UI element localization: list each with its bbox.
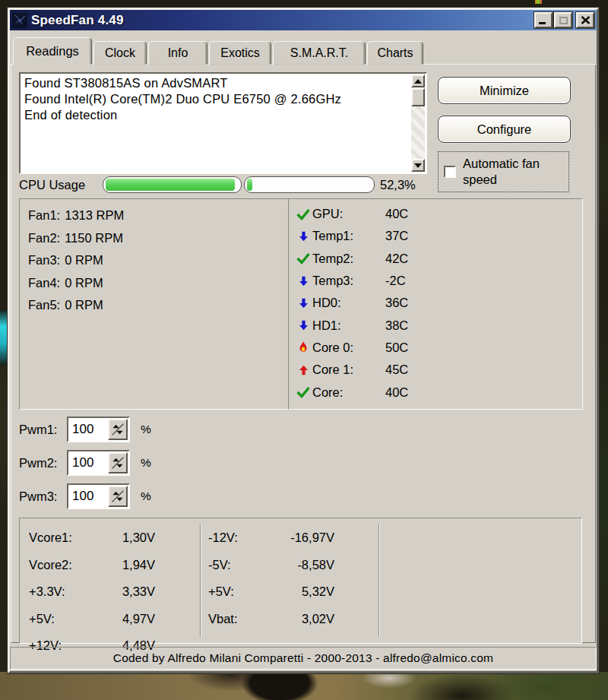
pwm3-unit: % (141, 489, 151, 503)
pwm1-spinner[interactable] (108, 419, 128, 440)
background-artifact (535, 0, 542, 4)
automatic-fan-speed-group: Automatic fan speed (438, 151, 569, 192)
cpu-usage-bar-2 (244, 176, 375, 193)
scroll-up-button[interactable] (411, 74, 425, 87)
voltage-column-divider (200, 524, 201, 637)
log-scrollbar[interactable] (411, 74, 425, 172)
pwm1-input[interactable]: 100 (67, 417, 130, 442)
temp-label: Temp1: (312, 229, 385, 243)
temp-reading: GPU:40C (294, 203, 582, 225)
fan-readings-panel: Fan1:1313 RPM Fan2:1150 RPM Fan3:0 RPM F… (19, 198, 290, 410)
fan-value: 0 RPM (65, 276, 103, 290)
temp-value: 42C (385, 252, 408, 266)
scrollbar-thumb[interactable] (411, 88, 425, 106)
temp-value: 36C (385, 296, 408, 310)
automatic-fan-speed-checkbox[interactable] (444, 166, 456, 178)
configure-button[interactable]: Configure (438, 116, 571, 143)
temp-reading: Core:40C (294, 381, 582, 403)
tab-smart[interactable]: S.M.A.R.T. (273, 41, 366, 65)
fan-label: Fan4: (28, 276, 60, 290)
tab-exotics[interactable]: Exotics (209, 41, 271, 65)
voltage-value: 1,94V (96, 558, 155, 572)
fan-value: 1313 RPM (65, 208, 124, 223)
pwm1-label: Pwm1: (19, 423, 67, 437)
pwm3-input[interactable]: 100 (67, 483, 130, 509)
log-line: End of detection (24, 107, 407, 123)
voltage-column-1: Vcore1:1,30V Vcore2:1,94V +3.3V:3,33V +5… (29, 524, 155, 660)
voltage-label: +5V: (29, 612, 96, 626)
temp-value: 37C (385, 229, 408, 243)
pwm3-value[interactable]: 100 (68, 485, 107, 508)
tab-clock[interactable]: Clock (93, 41, 147, 65)
tab-info[interactable]: Info (148, 41, 207, 65)
check-icon (294, 385, 312, 399)
pwm2-spinner[interactable] (108, 452, 128, 474)
scroll-down-button[interactable] (411, 159, 425, 172)
voltage-label: -12V: (208, 531, 275, 545)
close-window-button[interactable] (576, 12, 594, 28)
voltage-column-divider (378, 524, 380, 637)
maximize-window-button[interactable] (554, 12, 572, 28)
temp-label: Core 1: (312, 363, 385, 377)
titlebar[interactable]: SpeedFan 4.49 (10, 10, 597, 30)
pwm1-value[interactable]: 100 (68, 418, 107, 441)
window-controls (534, 12, 594, 28)
temp-reading: HD1:38C (294, 314, 582, 336)
cpu-usage-percent: 52,3% (380, 178, 416, 192)
temp-value: 40C (385, 207, 408, 221)
voltage-reading: +3.3V:3,33V (29, 578, 155, 606)
temp-reading: Temp1:37C (294, 225, 582, 247)
game-background-bottom (0, 672, 608, 700)
fan-label: Fan1: (28, 208, 60, 223)
cpu-usage-bar-1 (103, 176, 242, 193)
up-arrow-icon (414, 79, 422, 84)
cpu-usage-label: CPU Usage (19, 178, 85, 192)
temperature-readings-panel: GPU:40C Temp1:37C Temp2:42C Temp3:-2C HD… (288, 198, 583, 410)
spinner-icon (111, 423, 125, 436)
pwm2-value[interactable]: 100 (68, 451, 107, 474)
pwm2-unit: % (141, 456, 151, 470)
minimize-window-button[interactable] (534, 12, 553, 28)
temp-label: Core: (312, 385, 385, 400)
voltage-reading: +5V:4,97V (29, 606, 155, 633)
down-arrow-icon (294, 296, 312, 310)
fan-reading: Fan4:0 RPM (28, 272, 289, 295)
voltage-label: -5V: (208, 558, 275, 572)
pwm3-spinner[interactable] (108, 486, 128, 507)
spinner-icon (111, 456, 125, 470)
voltage-reading: -5V:-8,58V (208, 552, 334, 579)
temp-label: Temp3: (312, 274, 385, 288)
cpu-usage-bar-2-fill (247, 179, 252, 191)
fan-reading: Fan1:1313 RPM (28, 204, 289, 227)
tab-charts[interactable]: Charts (367, 41, 423, 65)
pwm1-unit: % (141, 423, 151, 436)
window-title: SpeedFan 4.49 (31, 13, 530, 28)
log-line: Found Intel(R) Core(TM)2 Duo CPU E6750 @… (24, 91, 407, 107)
minimize-button[interactable]: Minimize (438, 77, 571, 104)
spinner-icon (111, 489, 125, 503)
voltage-label: Vcore2: (29, 558, 96, 572)
pwm2-input[interactable]: 100 (67, 450, 130, 476)
game-background-cyan-glow (0, 310, 8, 365)
voltage-value: 4,97V (96, 612, 155, 626)
temp-label: HD1: (312, 318, 385, 333)
tab-readings[interactable]: Readings (13, 37, 92, 65)
detection-log[interactable]: Found ST380815AS on AdvSMART Found Intel… (19, 72, 427, 174)
voltage-value: -16,97V (275, 531, 334, 545)
check-icon (294, 252, 312, 265)
fan-value: 0 RPM (65, 298, 103, 312)
voltage-readings-panel: Vcore1:1,30V Vcore2:1,94V +3.3V:3,33V +5… (19, 518, 582, 644)
up-arrow-icon (294, 363, 312, 377)
down-arrow-icon (294, 318, 312, 332)
down-arrow-icon (294, 274, 312, 288)
voltage-value: 3,02V (275, 612, 334, 626)
minimize-icon (539, 22, 546, 24)
close-icon (581, 16, 591, 24)
temp-reading: Core 1:45C (294, 359, 582, 381)
speedfan-window: SpeedFan 4.49 Readings Clock Info Exotic… (8, 8, 599, 673)
voltage-reading: +5V:5,32V (208, 578, 334, 606)
temp-label: Temp2: (312, 252, 385, 266)
maximize-icon (559, 17, 568, 24)
status-bar: Coded by Alfredo Milani Comparetti - 200… (10, 647, 597, 670)
fan-label: Fan3: (28, 253, 60, 268)
